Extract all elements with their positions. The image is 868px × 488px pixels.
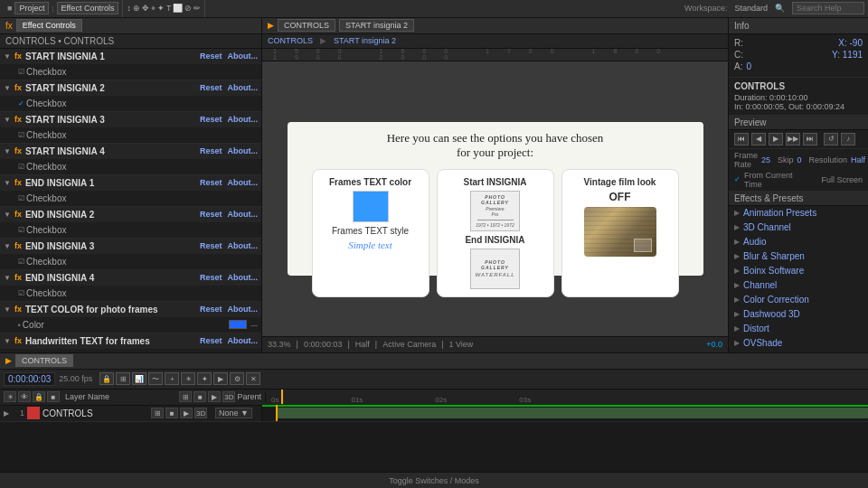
effect-item-audio[interactable]: ▶Audio <box>729 235 868 249</box>
start1-reset[interactable]: Reset <box>200 52 222 61</box>
end1-cb-label[interactable]: Checkbox <box>26 193 66 203</box>
tl-sw2[interactable]: ■ <box>193 391 206 402</box>
timeline-controls-tab[interactable]: CONTROLS <box>15 354 73 367</box>
camera-select[interactable]: Active Camera <box>382 340 436 349</box>
frame-rate-value[interactable]: 25 <box>761 155 770 164</box>
parent-none[interactable]: None ▼ <box>215 408 252 418</box>
tl-render-btn[interactable]: ▶ <box>213 372 228 385</box>
layer-switch-3[interactable]: ▶ <box>180 408 193 418</box>
effect-item-3d[interactable]: ▶3D Channel <box>729 221 868 235</box>
effect-item-distort[interactable]: ▶Distort <box>729 322 868 336</box>
tl-visible-col-btn[interactable]: 👁 <box>18 391 31 402</box>
tl-snap-btn[interactable]: ⊞ <box>116 372 130 385</box>
color-swatch[interactable] <box>229 320 247 329</box>
comp-breadcrumb-controls[interactable]: CONTROLS <box>268 36 313 45</box>
effect-item-color[interactable]: ▶Color Correction <box>729 293 868 307</box>
start2-about[interactable]: About... <box>228 83 259 92</box>
start1-cb-label[interactable]: Checkbox <box>26 67 66 77</box>
tl-settings-btn[interactable]: ⚙ <box>230 372 244 385</box>
start4-cb-label[interactable]: Checkbox <box>26 162 66 172</box>
end2-about[interactable]: About... <box>228 210 259 219</box>
effect-item-animation[interactable]: ▶Animation Presets <box>729 206 868 221</box>
resolution-select[interactable]: Half <box>355 340 370 349</box>
end4-about[interactable]: About... <box>228 273 259 282</box>
handwritten-reset[interactable]: Reset <box>200 336 222 345</box>
effect-item-ovshade[interactable]: ▶OVShade <box>729 336 868 351</box>
end3-about[interactable]: About... <box>228 241 259 250</box>
end3-cb-label[interactable]: Checkbox <box>26 257 66 267</box>
tool1[interactable]: ↕ <box>127 4 131 13</box>
zoom-level[interactable]: 33.3% <box>268 340 291 349</box>
end1-about[interactable]: About... <box>228 178 259 187</box>
text-color-about[interactable]: About... <box>228 305 259 314</box>
start3-about[interactable]: About... <box>228 115 259 124</box>
tl-sw1[interactable]: ⊞ <box>179 391 192 402</box>
layer-switch-1[interactable]: ⊞ <box>151 408 164 418</box>
tl-color-col-btn[interactable]: ■ <box>47 391 60 402</box>
layer-color-swatch[interactable] <box>27 407 40 419</box>
tool4[interactable]: ⌖ <box>151 4 156 14</box>
search-input[interactable] <box>792 2 864 14</box>
tl-solo-col-btn[interactable]: ☀ <box>4 391 16 402</box>
tl-solo-btn[interactable]: ☀ <box>181 372 195 385</box>
project-btn[interactable]: Project <box>14 2 49 14</box>
effect-controls-tab[interactable]: Effect Controls <box>16 19 82 32</box>
workspace-value[interactable]: Standard <box>734 4 768 13</box>
prev-last-btn[interactable]: ⏭ <box>803 133 817 145</box>
tl-timecode[interactable]: 0:00:00:03 <box>4 372 55 386</box>
tl-sw3[interactable]: ▶ <box>208 391 221 402</box>
end1-reset[interactable]: Reset <box>200 178 222 187</box>
start4-reset[interactable]: Reset <box>200 146 222 155</box>
tool6[interactable]: T <box>166 4 172 13</box>
start3-reset[interactable]: Reset <box>200 115 222 124</box>
end4-reset[interactable]: Reset <box>200 273 222 282</box>
tl-lock-btn[interactable]: 🔒 <box>99 372 114 385</box>
comp-timecode[interactable]: 0:00:00:03 <box>304 340 343 349</box>
start4-about[interactable]: About... <box>228 146 259 155</box>
tl-graph-btn[interactable]: 📊 <box>132 372 146 385</box>
layer-switch-2[interactable]: ■ <box>165 408 178 418</box>
tl-sw4[interactable]: 3D <box>222 391 235 402</box>
effect-item-boinx[interactable]: ▶Boinx Software <box>729 264 868 278</box>
prev-first-btn[interactable]: ⏮ <box>734 133 749 145</box>
controls-tab[interactable]: CONTROLS <box>278 19 335 32</box>
prev-back-btn[interactable]: ◀ <box>751 133 766 145</box>
tl-comment-btn[interactable]: ✦ <box>197 372 212 385</box>
tool8[interactable]: ⊘ <box>184 4 192 13</box>
comp-breadcrumb-start[interactable]: START insignia 2 <box>334 36 396 45</box>
handwritten-about[interactable]: About... <box>228 336 259 345</box>
start1-about[interactable]: About... <box>228 52 259 61</box>
text-color-reset[interactable]: Reset <box>200 305 222 314</box>
prev-loop-btn[interactable]: ↺ <box>824 133 838 145</box>
layer-expand-arrow[interactable]: ▶ <box>4 409 9 418</box>
resolution-value[interactable]: Half <box>851 155 865 164</box>
end4-cb-label[interactable]: Checkbox <box>26 288 66 298</box>
skip-value[interactable]: 0 <box>797 155 802 164</box>
effect-item-blur[interactable]: ▶Blur & Sharpen <box>729 249 868 264</box>
tl-close-btn[interactable]: ✕ <box>246 372 260 385</box>
prev-play-btn[interactable]: ▶ <box>769 133 783 145</box>
start2-reset[interactable]: Reset <box>200 83 222 92</box>
end2-cb-label[interactable]: Checkbox <box>26 225 66 235</box>
start2-cb-label[interactable]: Checkbox <box>26 99 66 108</box>
tl-motion-btn[interactable]: 〜 <box>148 372 163 385</box>
effect-item-channel[interactable]: ▶Channel <box>729 278 868 293</box>
effect-controls-btn[interactable]: Effect Controls <box>57 2 119 14</box>
start-insignia-tab[interactable]: START insignia 2 <box>339 19 414 32</box>
tool2[interactable]: ⊕ <box>133 4 140 13</box>
tool7[interactable]: ⬜ <box>173 4 183 13</box>
prev-audio-btn[interactable]: ♪ <box>841 133 855 145</box>
toggle-switches-btn[interactable]: Toggle Switches / Modes <box>0 472 868 488</box>
view-count[interactable]: 1 View <box>449 340 474 349</box>
layer-switch-3d[interactable]: 3D <box>194 408 207 418</box>
effect-item-dashwood[interactable]: ▶Dashwood 3D <box>729 307 868 322</box>
layer-name-label[interactable]: CONTROLS <box>42 408 93 418</box>
end3-reset[interactable]: Reset <box>200 241 222 250</box>
layer-bar[interactable] <box>276 408 868 418</box>
tl-lock-col-btn[interactable]: 🔒 <box>33 391 45 402</box>
tl-add-btn[interactable]: + <box>165 372 179 385</box>
tool3[interactable]: ✥ <box>142 4 149 13</box>
prev-fwd-btn[interactable]: ▶▶ <box>786 133 800 145</box>
end2-reset[interactable]: Reset <box>200 210 222 219</box>
tool9[interactable]: ✏ <box>193 4 201 13</box>
